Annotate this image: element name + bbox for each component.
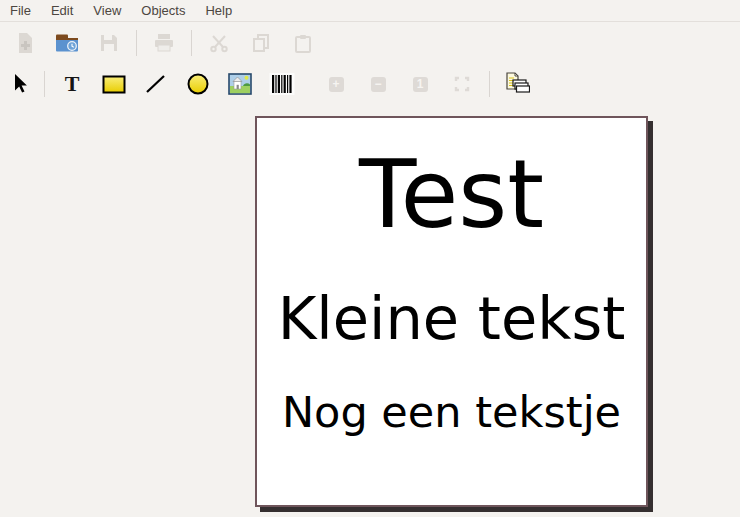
text-object-large[interactable]: Test <box>257 148 646 242</box>
open-folder-icon <box>54 32 80 54</box>
image-tool-icon <box>228 73 252 95</box>
zoom-in-icon: + <box>329 77 344 92</box>
ellipse-tool-icon <box>186 72 210 96</box>
print-button[interactable] <box>144 26 184 60</box>
select-tool-button[interactable] <box>5 67 37 101</box>
zoom-fit-icon <box>454 76 470 92</box>
select-arrow-icon <box>11 73 31 95</box>
toolbar-separator <box>44 71 45 97</box>
text-tool-icon: T <box>65 73 80 95</box>
merge-properties-icon <box>504 71 530 97</box>
copy-icon <box>251 33 271 53</box>
line-tool-icon <box>144 72 168 96</box>
line-tool-button[interactable] <box>136 67 176 101</box>
label-object[interactable]: Test Kleine tekst Nog een tekstje <box>255 116 648 507</box>
box-tool-icon <box>102 75 126 94</box>
merge-properties-button[interactable] <box>497 67 537 101</box>
menu-help[interactable]: Help <box>195 1 242 20</box>
text-object-small[interactable]: Nog een tekstje <box>257 391 646 434</box>
cut-icon <box>209 33 229 53</box>
new-document-icon <box>15 32 35 54</box>
new-button[interactable] <box>5 26 45 60</box>
toolbar-primary <box>0 22 740 63</box>
zoom-out-icon: − <box>371 77 386 92</box>
toolbar-separator <box>489 71 490 97</box>
toolbar-separator <box>191 30 192 56</box>
menu-file[interactable]: File <box>6 1 41 20</box>
zoom-out-button[interactable]: − <box>358 67 398 101</box>
copy-button[interactable] <box>241 26 281 60</box>
cut-button[interactable] <box>199 26 239 60</box>
menu-view[interactable]: View <box>83 1 131 20</box>
save-icon <box>99 33 119 53</box>
toolbar-tools: T <box>0 63 740 105</box>
ellipse-tool-button[interactable] <box>178 67 218 101</box>
canvas-area[interactable]: Test Kleine tekst Nog een tekstje <box>0 105 740 517</box>
image-tool-button[interactable] <box>220 67 260 101</box>
application-window: File Edit View Objects Help <box>0 0 740 517</box>
text-object-medium[interactable]: Kleine tekst <box>257 289 646 348</box>
text-tool-button[interactable]: T <box>52 67 92 101</box>
zoom-fit-button[interactable] <box>442 67 482 101</box>
open-button[interactable] <box>47 26 87 60</box>
print-icon <box>153 33 175 53</box>
menu-bar: File Edit View Objects Help <box>0 0 740 22</box>
zoom-1to1-button[interactable]: 1 <box>400 67 440 101</box>
menu-edit[interactable]: Edit <box>41 1 83 20</box>
save-button[interactable] <box>89 26 129 60</box>
toolbar-separator <box>136 30 137 56</box>
menu-objects[interactable]: Objects <box>131 1 195 20</box>
box-tool-button[interactable] <box>94 67 134 101</box>
zoom-1to1-icon: 1 <box>413 77 428 92</box>
paste-icon <box>293 33 313 53</box>
barcode-tool-button[interactable] <box>262 67 302 101</box>
zoom-in-button[interactable]: + <box>316 67 356 101</box>
paste-button[interactable] <box>283 26 323 60</box>
barcode-tool-icon <box>269 72 295 96</box>
